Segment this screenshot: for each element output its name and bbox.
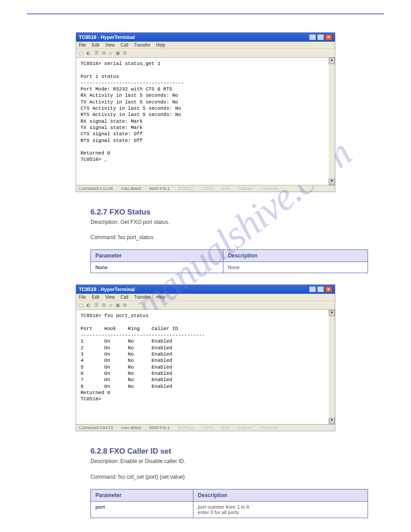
command-label: Command [90,474,115,480]
titlebar[interactable]: TC8518 - HyperTerminal _ □ ✕ [76,33,335,42]
header-rule [27,13,384,14]
command-line-fxo-status: Command: fxo port_status [90,234,321,241]
maximize-icon[interactable]: □ [317,34,324,40]
td-param-none: None [91,262,223,273]
scroll-down-icon[interactable]: ▼ [329,179,335,185]
command-text: fxo port_status [118,234,154,240]
status-printecho: Print echo [261,425,279,430]
window-title: TC8518 - HyperTerminal [79,287,135,292]
status-num: NUM [221,425,230,430]
titlebar[interactable]: TC8518 - HyperTerminal _ □ ✕ [76,285,335,294]
td-desc-none: None [223,262,368,273]
scroll-up-icon[interactable]: ▲ [329,310,335,316]
minimize-icon[interactable]: _ [309,34,316,40]
minimize-icon[interactable]: _ [309,286,316,292]
status-capture: Capture [238,425,253,430]
menu-call[interactable]: Call [120,43,128,47]
status-autodetect: Auto detect [121,425,141,430]
statusbar: Connected 0:04:13 Auto detect 9600 8-N-1… [76,424,335,431]
status-baud: 9600 8-N-1 [150,425,170,430]
th-description: Description [223,250,368,262]
window-controls: _ □ ✕ [309,34,332,40]
heading-fxo-cid-set: 6.2.8 FXO Caller ID set [90,447,321,456]
menu-help[interactable]: Help [156,43,166,47]
terminal-window-fxo-status: TC8518 - HyperTerminal _ □ ✕ File Edit V… [76,284,335,431]
status-caps: CAPS [202,186,213,191]
command-text: fxo cid_set {port} {set value} [118,474,185,480]
status-connected: Connected 0:11:09 [79,186,113,191]
subheading-fxo-cid-set: Description: Enable or Disable caller ID… [90,458,321,465]
subheading-fxo-status: Description: Get FXO port status. [90,219,321,226]
menu-transfer[interactable]: Transfer [134,43,150,47]
th-parameter: Parameter [91,489,193,501]
window-controls: _ □ ✕ [309,286,332,292]
statusbar: Connected 0:11:09 Auto detect 9600 8-N-1… [76,185,335,192]
menu-file[interactable]: File [79,295,86,300]
status-num: NUM [221,186,230,191]
status-baud: 9600 8-N-1 [150,186,170,191]
toolbar[interactable]: ▢ ◐ ⦿ ⧉ ▱ ▣ ⧉ [76,49,335,58]
menu-edit[interactable]: Edit [92,43,99,47]
menu-call[interactable]: Call [120,295,128,300]
terminal-output[interactable]: TC8518> serial status_get 1 Port 1 statu… [76,58,335,185]
th-description: Description [193,489,368,501]
menu-transfer[interactable]: Transfer [134,295,150,300]
command-label: Command [90,234,115,240]
window-title: TC8518 - HyperTerminal [79,34,135,40]
scroll-down-icon[interactable]: ▼ [329,418,335,424]
maximize-icon[interactable]: □ [317,286,324,292]
close-icon[interactable]: ✕ [325,286,332,292]
menu-view[interactable]: View [105,295,115,300]
status-capture: Capture [238,186,253,191]
menu-file[interactable]: File [79,43,86,47]
th-parameter: Parameter [91,250,223,262]
td-param-port: port [91,501,193,518]
status-connected: Connected 0:04:13 [79,425,113,430]
status-caps: CAPS [202,425,213,430]
terminal-output[interactable]: TC8518> fxo port_status Port Hook Ring C… [76,310,335,424]
status-autodetect: Auto detect [121,186,141,191]
td-desc-port: port number from 1 to 8 enter 0 for all … [193,501,368,518]
close-icon[interactable]: ✕ [325,34,332,40]
param-table-fxo-cid-set: Parameter Description port port number f… [90,489,368,518]
terminal-window-serial-status: TC8518 - HyperTerminal _ □ ✕ File Edit V… [76,32,335,192]
menu-help[interactable]: Help [156,295,166,300]
scroll-up-icon[interactable]: ▲ [329,58,335,64]
status-scroll: SCROLL [178,186,194,191]
heading-fxo-status: 6.2.7 FXO Status [90,208,321,217]
command-line-fxo-cid-set: Command: fxo cid_set {port} {set value} [90,473,321,481]
menu-edit[interactable]: Edit [92,295,99,300]
status-scroll: SCROLL [178,425,194,430]
menu-view[interactable]: View [105,43,115,47]
menubar: File Edit View Call Transfer Help [76,42,335,49]
toolbar[interactable]: ▢ ◐ ⦿ ⧉ ▱ ▣ ⧉ [76,301,335,310]
param-table-fxo-status: Parameter Description None None [90,249,368,273]
menubar: File Edit View Call Transfer Help [76,294,335,301]
status-printecho: Print echo [261,186,279,191]
